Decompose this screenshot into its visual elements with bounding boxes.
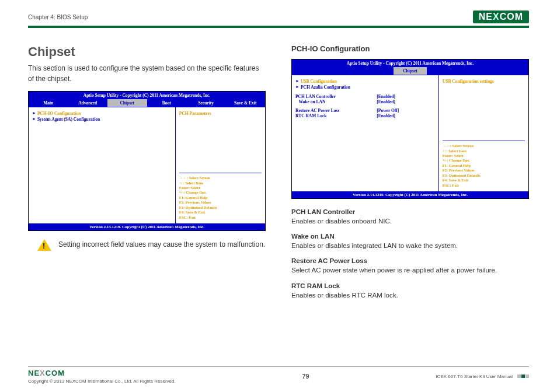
menu-pch-io[interactable]: ►PCH-IO Configuration	[32, 111, 172, 116]
right-column: PCH-IO Configuration Aptio Setup Utility…	[291, 44, 529, 306]
bios-help-pane: USB Configuration settings →←: Select Sc…	[439, 75, 528, 191]
footer-decor-icon	[517, 374, 529, 378]
tab-save-exit[interactable]: Save & Exit	[226, 99, 266, 107]
bios-footer: Version 2.14.1219. Copyright (C) 2011 Am…	[29, 223, 265, 230]
setting-wake-on-lan[interactable]: Wake on LAN[Enabled]	[295, 99, 435, 104]
setting-rtc-ram-lock[interactable]: RTC RAM Lock[Enabled]	[295, 113, 435, 118]
content-columns: Chipset This section is used to configur…	[28, 44, 529, 306]
footer-left: NEXCOM Copyright © 2013 NEXCOM Internati…	[28, 369, 176, 384]
left-column: Chipset This section is used to configur…	[28, 44, 266, 306]
bios-screenshot-pchio: Aptio Setup Utility - Copyright (C) 2011…	[291, 59, 529, 199]
warning-text: Setting incorrect field values may cause…	[58, 239, 266, 250]
submenu-arrow-icon: ►	[32, 117, 36, 121]
warning-icon	[37, 239, 51, 251]
bios-tabs: Main Advanced Chipset Boot Security Save…	[29, 99, 265, 107]
setting-restore-ac[interactable]: Restore AC Power Loss[Power Off]	[295, 108, 435, 113]
setting-pch-lan[interactable]: PCH LAN Controller[Enabled]	[295, 94, 435, 99]
tab-chipset[interactable]: Chipset	[107, 99, 147, 107]
bios-screenshot-chipset: Aptio Setup Utility - Copyright (C) 2011…	[28, 91, 266, 231]
bios-help-keys: →←: Select Screen ↑↓: Select Item Enter:…	[179, 173, 262, 220]
bios-titlebar: Aptio Setup Utility - Copyright (C) 2011…	[29, 92, 265, 99]
submenu-azalia-config[interactable]: ►PCH Azalia Configuration	[295, 85, 435, 90]
tab-boot[interactable]: Boot	[147, 99, 187, 107]
chapter-label: Chapter 4: BIOS Setup	[28, 14, 88, 20]
warning-row: Setting incorrect field values may cause…	[28, 239, 266, 251]
desc-rtc-ram-lock: RTC RAM Lock Enables or disables RTC RAM…	[291, 281, 529, 300]
subsection-title: PCH-IO Configuration	[291, 44, 529, 53]
tab-chipset[interactable]: Chipset	[394, 67, 427, 75]
bios-body: ►PCH-IO Configuration ►System Agent (SA)…	[29, 107, 265, 223]
bios-menu-pane: ►USB Configuration ►PCH Azalia Configura…	[292, 75, 439, 191]
submenu-arrow-icon: ►	[32, 111, 36, 116]
menu-system-agent[interactable]: ►System Agent (SA) Configuration	[32, 117, 172, 122]
tab-advanced[interactable]: Advanced	[68, 99, 108, 107]
tab-security[interactable]: Security	[186, 99, 226, 107]
bios-footer: Version 2.14.1219. Copyright (C) 2011 Am…	[292, 191, 528, 198]
section-intro: This section is used to configure the sy…	[28, 63, 266, 84]
desc-restore-ac: Restore AC Power Loss Select AC power st…	[291, 256, 529, 275]
footer-manual: ICEK 667-T6 Starter Kit User Manual	[436, 374, 513, 379]
page-header: Chapter 4: BIOS Setup NEXCOM	[28, 10, 529, 28]
tab-main[interactable]: Main	[29, 99, 68, 107]
bios-body: ►USB Configuration ►PCH Azalia Configura…	[292, 75, 528, 191]
submenu-arrow-icon: ►	[295, 85, 300, 89]
bios-help-keys: →←: Select Screen ↑↓: Select Item Enter:…	[443, 141, 525, 188]
page-footer: NEXCOM Copyright © 2013 NEXCOM Internati…	[28, 366, 529, 384]
footer-logo: NEXCOM	[28, 369, 176, 377]
section-title: Chipset	[28, 44, 266, 60]
bios-menu-pane: ►PCH-IO Configuration ►System Agent (SA)…	[29, 107, 176, 223]
footer-copyright: Copyright © 2013 NEXCOM International Co…	[28, 379, 176, 384]
bios-help-pane: PCH Parameters →←: Select Screen ↑↓: Sel…	[176, 107, 265, 223]
submenu-usb-config[interactable]: ►USB Configuration	[295, 79, 435, 84]
submenu-arrow-icon: ►	[295, 79, 300, 83]
desc-wake-on-lan: Wake on LAN Enables or disables integrat…	[291, 232, 529, 250]
bios-info-text: USB Configuration settings	[443, 79, 525, 84]
bios-info-text: PCH Parameters	[179, 111, 262, 116]
desc-pch-lan: PCH LAN Controller Enables or disables o…	[291, 207, 529, 226]
page-number: 79	[302, 373, 309, 380]
bios-tabs: Chipset	[292, 67, 528, 75]
bios-titlebar: Aptio Setup Utility - Copyright (C) 2011…	[292, 60, 528, 67]
brand-logo: NEXCOM	[473, 10, 529, 23]
